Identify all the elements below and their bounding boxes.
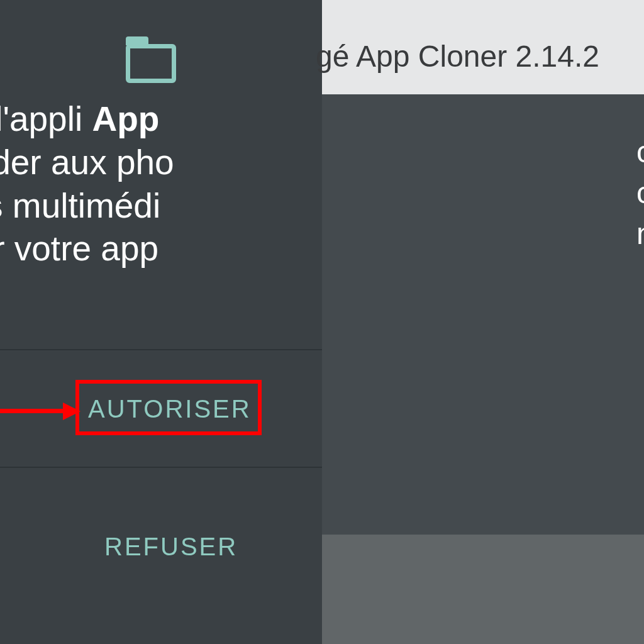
install-line3: n'est pas autorisée bbox=[636, 217, 644, 250]
install-line2: connues provenant bbox=[636, 176, 644, 209]
perm-line1b: App bbox=[92, 99, 159, 138]
perm-line4: rs sur votre app bbox=[0, 229, 158, 268]
deny-button[interactable]: REFUSER bbox=[104, 533, 236, 561]
permission-message: riser l'appli App accéder aux pho tenus … bbox=[0, 97, 174, 270]
install-line1: curité, l'installation bbox=[636, 135, 644, 169]
arrow-shaft-left bbox=[0, 409, 63, 413]
divider-top bbox=[0, 349, 322, 350]
perm-line1a: riser l'appli bbox=[0, 99, 92, 138]
perm-line2: accéder aux pho bbox=[0, 143, 174, 182]
right-bottom-area bbox=[322, 535, 644, 644]
perm-line3: tenus multimédi bbox=[0, 186, 160, 225]
divider-bottom bbox=[0, 467, 322, 468]
right-top-bar: gé App Cloner 2.14.2 bbox=[322, 0, 644, 94]
install-blocked-panel: gé App Cloner 2.14.2 curité, l'installat… bbox=[322, 0, 644, 644]
install-dialog-body bbox=[322, 94, 644, 535]
folder-icon bbox=[126, 44, 176, 83]
allow-button[interactable]: AUTORISER bbox=[88, 395, 249, 423]
app-title-partial: gé App Cloner 2.14.2 bbox=[316, 39, 599, 74]
install-message: curité, l'installation connues provenant… bbox=[636, 132, 644, 254]
permission-dialog-panel: riser l'appli App accéder aux pho tenus … bbox=[0, 0, 322, 644]
